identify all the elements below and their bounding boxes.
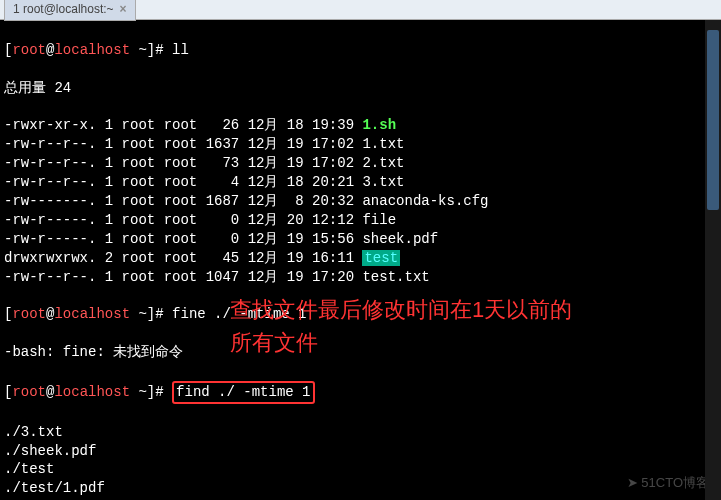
- file-name: anaconda-ks.cfg: [362, 193, 488, 209]
- watermark: ➤ 51CTO博客: [627, 474, 709, 492]
- file-name: test: [362, 250, 400, 266]
- file-listing-row: -rw-------. 1 root root 1687 12月 8 20:32…: [4, 192, 717, 211]
- find-result-line: ./3.txt: [4, 423, 717, 442]
- find-result-line: ./test: [4, 460, 717, 479]
- file-listing-row: -rw-r--r--. 1 root root 1637 12月 19 17:0…: [4, 135, 717, 154]
- file-listing-row: -rw-r-----. 1 root root 0 12月 20 12:12 f…: [4, 211, 717, 230]
- highlighted-command: find ./ -mtime 1: [172, 381, 314, 404]
- file-listing-row: -rw-r--r--. 1 root root 4 12月 18 20:21 3…: [4, 173, 717, 192]
- file-name: 2.txt: [362, 155, 404, 171]
- command-find: find ./ -mtime 1: [176, 384, 310, 400]
- prompt-line: [root@localhost ~]# find ./ -mtime 1: [4, 381, 717, 404]
- window-titlebar: 1 root@localhost:~ ×: [0, 0, 721, 20]
- scrollbar[interactable]: [705, 20, 721, 500]
- file-listing-row: -rw-r-----. 1 root root 0 12月 19 15:56 s…: [4, 230, 717, 249]
- file-name: sheek.pdf: [362, 231, 438, 247]
- file-name: test.txt: [362, 269, 429, 285]
- tab-label: 1 root@localhost:~: [13, 1, 114, 17]
- file-listing-row: drwxrwxrwx. 2 root root 45 12月 19 16:11 …: [4, 249, 717, 268]
- prompt-line: [root@localhost ~]# ll: [4, 41, 717, 60]
- total-line: 总用量 24: [4, 79, 717, 98]
- scroll-thumb[interactable]: [707, 30, 719, 210]
- file-listing-row: -rw-r--r--. 1 root root 73 12月 19 17:02 …: [4, 154, 717, 173]
- file-name: 1.sh: [362, 117, 396, 133]
- terminal-tab[interactable]: 1 root@localhost:~ ×: [4, 0, 136, 21]
- file-name: 1.txt: [362, 136, 404, 152]
- close-icon[interactable]: ×: [120, 1, 127, 17]
- find-result-line: ./test/1.pdf: [4, 479, 717, 498]
- find-result-line: ./sheek.pdf: [4, 442, 717, 461]
- file-name: file: [362, 212, 396, 228]
- terminal-output[interactable]: [root@localhost ~]# ll 总用量 24 -rwxr-xr-x…: [0, 20, 721, 500]
- file-listing-row: -rwxr-xr-x. 1 root root 26 12月 18 19:39 …: [4, 116, 717, 135]
- file-listing-row: -rw-r--r--. 1 root root 1047 12月 19 17:2…: [4, 268, 717, 287]
- annotation-text: 查找文件最后修改时间在1天以前的 所有文件: [230, 293, 572, 359]
- file-name: 3.txt: [362, 174, 404, 190]
- command-ll: ll: [172, 42, 189, 58]
